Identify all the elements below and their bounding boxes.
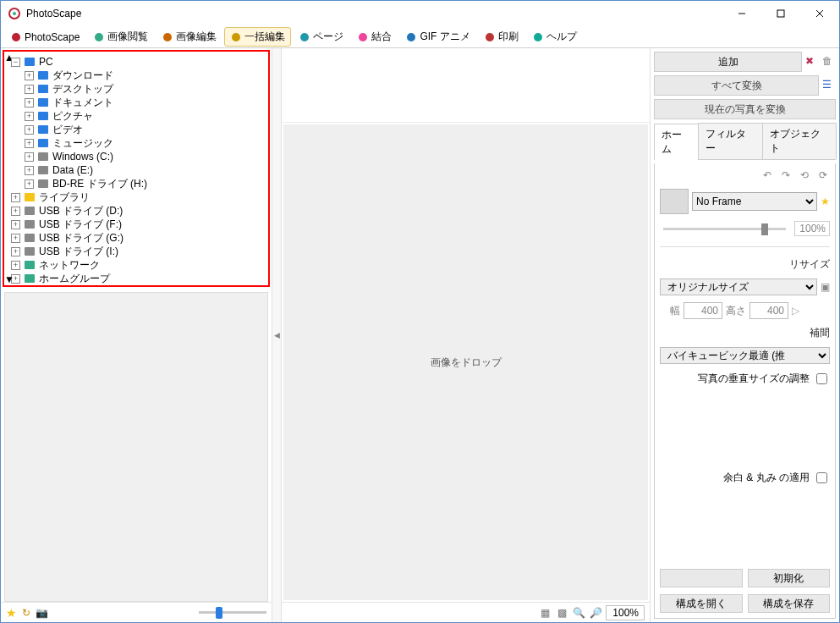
titlebar: PhotoScape bbox=[1, 1, 839, 26]
preview-strip bbox=[282, 48, 650, 123]
grid2-icon[interactable]: ▩ bbox=[555, 606, 568, 620]
margin-round-checkbox[interactable] bbox=[816, 472, 827, 483]
menu-print[interactable]: 印刷 bbox=[478, 27, 524, 47]
menu-page[interactable]: ページ bbox=[293, 27, 349, 47]
tree-item[interactable]: +ダウンロード bbox=[25, 69, 255, 82]
drop-canvas[interactable]: 画像をドロップ bbox=[283, 124, 648, 600]
frame-preview bbox=[660, 189, 689, 214]
photoscape-icon bbox=[10, 31, 22, 43]
opacity-slider[interactable] bbox=[663, 228, 786, 230]
redo-icon[interactable]: ↷ bbox=[779, 168, 793, 182]
svg-rect-26 bbox=[25, 207, 35, 215]
drop-hint: 画像をドロップ bbox=[431, 356, 502, 370]
svg-rect-16 bbox=[38, 71, 48, 80]
batch-icon bbox=[230, 31, 242, 43]
tree-item[interactable]: +Windows (C:) bbox=[25, 150, 255, 163]
menu-help[interactable]: ヘルプ bbox=[526, 27, 583, 47]
drive-icon bbox=[23, 231, 36, 245]
save-config-button[interactable]: 構成を保存 bbox=[748, 594, 831, 613]
center-panel: 画像をドロップ ▦ ▩ 🔍 🔎 100% bbox=[282, 48, 650, 622]
undo-all-icon[interactable]: ⟲ bbox=[798, 168, 811, 182]
refresh-icon[interactable]: ↻ bbox=[22, 607, 30, 619]
svg-rect-27 bbox=[25, 220, 35, 229]
menu-viewer[interactable]: 画像閲覧 bbox=[87, 27, 154, 47]
menu-editor[interactable]: 画像編集 bbox=[156, 27, 222, 47]
tree-item[interactable]: +USB ドライブ (I:) bbox=[11, 245, 255, 258]
svg-rect-28 bbox=[25, 234, 35, 242]
open-config-button[interactable]: 構成を開く bbox=[660, 594, 743, 613]
thumbnail-size-slider[interactable] bbox=[53, 611, 266, 614]
close-button[interactable] bbox=[800, 1, 839, 26]
tree-item[interactable]: +ミュージック bbox=[25, 136, 255, 150]
width-input[interactable] bbox=[684, 302, 722, 319]
tree-item[interactable]: +ネットワーク bbox=[11, 258, 255, 272]
tree-item[interactable]: +デスクトップ bbox=[25, 82, 255, 96]
grid1-icon[interactable]: ▦ bbox=[538, 606, 552, 620]
minimize-button[interactable] bbox=[722, 1, 761, 26]
zoom-level[interactable]: 100% bbox=[606, 605, 645, 620]
convert-all-button[interactable]: すべて変換 bbox=[654, 75, 819, 96]
tab-1[interactable]: フィルター bbox=[698, 123, 763, 159]
tree-item[interactable]: +ビデオ bbox=[25, 123, 255, 136]
pc-icon bbox=[23, 55, 36, 69]
convert-current-button[interactable]: 現在の写真を変換 bbox=[654, 99, 836, 119]
blank-button[interactable] bbox=[660, 569, 743, 587]
vertical-adjust-checkbox[interactable] bbox=[816, 373, 827, 384]
remove-icon[interactable]: ✖ bbox=[805, 55, 819, 69]
menu-gif[interactable]: GIF アニメ bbox=[399, 27, 475, 47]
left-panel: −PC+ダウンロード+デスクトップ+ドキュメント+ピクチャ+ビデオ+ミュージック… bbox=[1, 48, 272, 622]
tree-item[interactable]: +USB ドライブ (G:) bbox=[11, 231, 255, 245]
svg-rect-20 bbox=[38, 125, 48, 134]
frame-select[interactable]: No Frame bbox=[692, 192, 817, 211]
tab-0[interactable]: ホーム bbox=[654, 124, 699, 160]
undo-icon[interactable]: ↶ bbox=[760, 168, 774, 182]
collapse-handle[interactable]: ◀ bbox=[272, 48, 282, 622]
drive-icon bbox=[23, 204, 36, 218]
resize-label: リサイズ bbox=[660, 257, 830, 272]
svg-rect-18 bbox=[38, 98, 48, 107]
resize-mode-select[interactable]: オリジナルサイズ bbox=[660, 278, 817, 295]
interp-select[interactable]: バイキュービック最適 (推 bbox=[660, 347, 830, 364]
library-icon bbox=[23, 190, 36, 204]
music-icon bbox=[36, 136, 50, 150]
thumbnail-panel bbox=[4, 292, 268, 602]
height-input[interactable] bbox=[749, 302, 788, 319]
tree-pc[interactable]: −PC bbox=[11, 55, 255, 69]
left-bottom-bar: ★ ↻ 📷 bbox=[1, 602, 272, 622]
zoom-fit-icon[interactable]: 🔍 bbox=[572, 606, 585, 620]
svg-rect-23 bbox=[38, 166, 48, 174]
tree-item[interactable]: +USB ドライブ (D:) bbox=[11, 204, 255, 218]
svg-point-10 bbox=[300, 33, 309, 41]
tree-item[interactable]: +USB ドライブ (F:) bbox=[11, 218, 255, 231]
tree-item[interactable]: +ライブラリ bbox=[11, 190, 255, 204]
zoom-in-icon[interactable]: 🔎 bbox=[589, 606, 602, 620]
tree-item[interactable]: +ピクチャ bbox=[25, 109, 255, 123]
drive-icon bbox=[23, 218, 36, 231]
folder-tree[interactable]: −PC+ダウンロード+デスクトップ+ドキュメント+ピクチャ+ビデオ+ミュージック… bbox=[3, 50, 270, 287]
maximize-button[interactable] bbox=[761, 1, 800, 26]
list-icon[interactable]: ☰ bbox=[822, 79, 836, 92]
svg-point-1 bbox=[13, 12, 16, 15]
tab-2[interactable]: オブジェクト bbox=[762, 123, 837, 159]
docs-icon bbox=[36, 96, 50, 109]
tree-item[interactable]: +BD-RE ドライブ (H:) bbox=[25, 177, 255, 190]
tree-item[interactable]: +ドキュメント bbox=[25, 96, 255, 109]
redo-all-icon[interactable]: ⟳ bbox=[816, 168, 830, 182]
camera-icon[interactable]: 📷 bbox=[36, 607, 48, 619]
reset-button[interactable]: 初期化 bbox=[748, 569, 831, 587]
trash-icon[interactable]: 🗑 bbox=[822, 55, 836, 69]
apply-size-icon[interactable]: ▷ bbox=[792, 305, 799, 317]
margin-round-label: 余白 & 丸み の適用 bbox=[723, 471, 810, 485]
aspect-lock-icon[interactable]: ▣ bbox=[821, 281, 830, 293]
right-tabstrip: ホームフィルターオブジェクト bbox=[654, 123, 836, 160]
add-button[interactable]: 追加 bbox=[654, 52, 802, 72]
frame-favorite-icon[interactable]: ★ bbox=[821, 196, 830, 207]
menu-batch[interactable]: 一括編集 bbox=[224, 27, 291, 47]
favorite-icon[interactable]: ★ bbox=[6, 606, 17, 620]
svg-point-9 bbox=[232, 33, 240, 41]
tree-item[interactable]: +Data (E:) bbox=[25, 163, 255, 177]
optical-icon bbox=[36, 177, 50, 190]
app-window: PhotoScape PhotoScape画像閲覧画像編集一括編集ページ結合GI… bbox=[0, 0, 840, 623]
menu-photoscape[interactable]: PhotoScape bbox=[4, 29, 85, 46]
menu-combine[interactable]: 結合 bbox=[351, 27, 398, 47]
